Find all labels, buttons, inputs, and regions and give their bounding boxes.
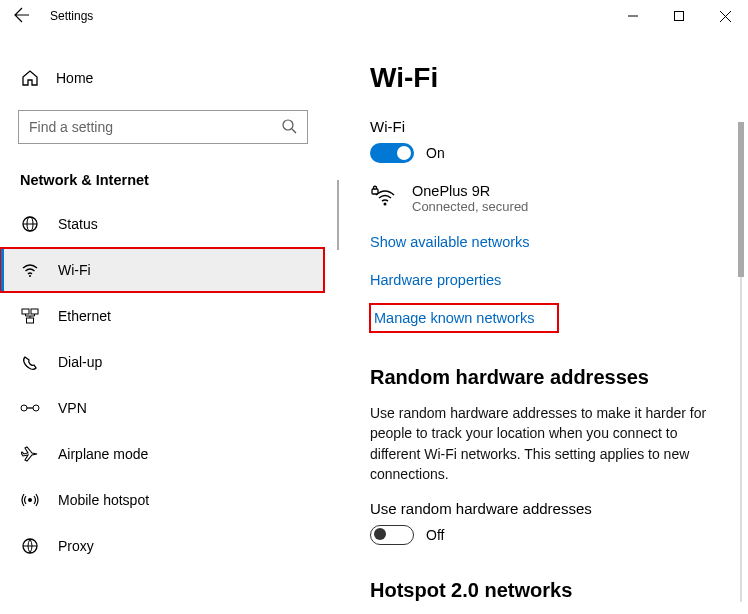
svg-rect-11 <box>31 309 38 314</box>
vpn-icon <box>20 398 40 418</box>
network-name: OnePlus 9R <box>412 183 528 199</box>
wifi-toggle-state: On <box>426 145 445 161</box>
home-label: Home <box>56 70 93 86</box>
scrollbar-thumb[interactable] <box>738 122 744 277</box>
sidebar-item-wifi[interactable]: Wi-Fi <box>0 248 324 292</box>
status-icon <box>20 214 40 234</box>
sidebar-item-ethernet[interactable]: Ethernet <box>0 294 324 338</box>
svg-rect-1 <box>675 12 684 21</box>
svg-rect-10 <box>22 309 29 314</box>
sidebar-item-hotspot[interactable]: Mobile hotspot <box>0 478 324 522</box>
sidebar-scroll-indicator <box>337 180 339 250</box>
main-content: Wi-Fi Wi-Fi On OnePlus 9R Connected, sec… <box>340 32 748 614</box>
svg-point-13 <box>21 405 27 411</box>
svg-point-9 <box>29 275 31 277</box>
hotspot-heading: Hotspot 2.0 networks <box>370 579 708 602</box>
svg-point-16 <box>28 498 32 502</box>
sidebar-item-vpn[interactable]: VPN <box>0 386 324 430</box>
sidebar-item-label: Wi-Fi <box>58 262 91 278</box>
svg-point-14 <box>33 405 39 411</box>
window-controls <box>610 0 748 32</box>
sidebar-item-label: Status <box>58 216 98 232</box>
sidebar-item-label: Proxy <box>58 538 94 554</box>
sidebar: Home Find a setting Network & Internet S… <box>0 32 340 614</box>
sidebar-item-proxy[interactable]: Proxy <box>0 524 324 568</box>
section-header: Network & Internet <box>20 172 324 188</box>
sidebar-item-label: Dial-up <box>58 354 102 370</box>
sidebar-item-airplane[interactable]: Airplane mode <box>0 432 324 476</box>
page-title: Wi-Fi <box>370 62 708 94</box>
home-link[interactable]: Home <box>0 60 324 96</box>
hardware-properties-link[interactable]: Hardware properties <box>370 266 509 294</box>
ethernet-icon <box>20 306 40 326</box>
sidebar-item-label: Airplane mode <box>58 446 148 462</box>
search-icon <box>281 118 297 137</box>
back-button[interactable] <box>14 7 34 26</box>
sidebar-item-label: Mobile hotspot <box>58 492 149 508</box>
svg-point-18 <box>384 203 387 206</box>
random-addresses-heading: Random hardware addresses <box>370 366 708 389</box>
connected-network[interactable]: OnePlus 9R Connected, secured <box>370 183 708 214</box>
wifi-toggle-label: Wi-Fi <box>370 118 708 135</box>
sidebar-item-label: VPN <box>58 400 87 416</box>
search-input[interactable]: Find a setting <box>18 110 308 144</box>
wifi-secured-icon <box>370 183 396 212</box>
dialup-icon <box>20 352 40 372</box>
minimize-button[interactable] <box>610 0 656 32</box>
svg-point-4 <box>283 120 293 130</box>
svg-line-5 <box>292 129 296 133</box>
wifi-toggle[interactable] <box>370 143 414 163</box>
random-toggle-label: Use random hardware addresses <box>370 500 708 517</box>
svg-rect-12 <box>27 318 34 323</box>
random-addresses-toggle[interactable] <box>370 525 414 545</box>
close-button[interactable] <box>702 0 748 32</box>
search-placeholder: Find a setting <box>29 119 113 135</box>
sidebar-item-status[interactable]: Status <box>0 202 324 246</box>
sidebar-item-label: Ethernet <box>58 308 111 324</box>
random-addresses-description: Use random hardware addresses to make it… <box>370 403 708 484</box>
random-toggle-state: Off <box>426 527 444 543</box>
manage-known-networks-link[interactable]: Manage known networks <box>370 304 558 332</box>
wifi-icon <box>20 260 40 280</box>
proxy-icon <box>20 536 40 556</box>
home-icon <box>20 68 40 88</box>
network-status: Connected, secured <box>412 199 528 214</box>
show-available-networks-link[interactable]: Show available networks <box>370 228 538 256</box>
airplane-icon <box>20 444 40 464</box>
hotspot-icon <box>20 490 40 510</box>
sidebar-item-dialup[interactable]: Dial-up <box>0 340 324 384</box>
window-title: Settings <box>50 9 93 23</box>
titlebar: Settings <box>0 0 748 32</box>
maximize-button[interactable] <box>656 0 702 32</box>
